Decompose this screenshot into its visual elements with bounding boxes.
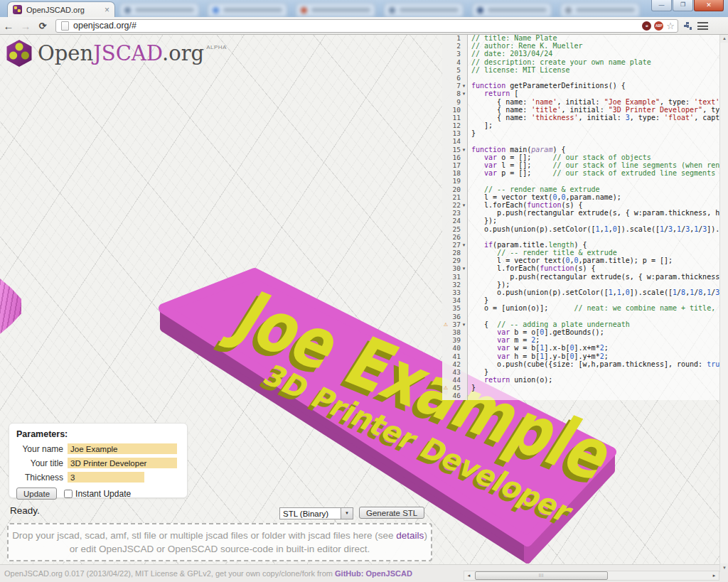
- code-line[interactable]: 8▾ return [: [442, 90, 720, 97]
- code-text[interactable]: });: [468, 217, 720, 225]
- editor-gutter[interactable]: 34: [442, 296, 468, 304]
- code-line[interactable]: 27▾ if(param.title.length) {: [442, 241, 720, 249]
- code-line[interactable]: 3// date: 2013/04/24: [442, 50, 720, 58]
- code-text[interactable]: }: [468, 129, 720, 137]
- editor-gutter[interactable]: 39: [442, 336, 468, 344]
- code-text[interactable]: }: [468, 384, 720, 392]
- format-select[interactable]: STL (Binary) ▼: [279, 507, 353, 519]
- editor-gutter[interactable]: 11: [442, 114, 468, 122]
- code-text[interactable]: if(param.title.length) {: [468, 241, 720, 249]
- code-text[interactable]: var o = []; // our stack of objects: [468, 153, 720, 161]
- scroll-down-icon[interactable]: ▼: [720, 564, 728, 572]
- editor-gutter[interactable]: 9: [442, 98, 468, 106]
- code-line[interactable]: 19: [442, 177, 720, 185]
- editor-gutter[interactable]: 36: [442, 313, 468, 320]
- reload-icon[interactable]: ⟳: [34, 21, 51, 31]
- editor-gutter[interactable]: 4: [442, 58, 468, 66]
- editor-gutter[interactable]: 29: [442, 257, 468, 264]
- code-text[interactable]: { name: 'thickness', initial: 3, type: '…: [468, 114, 720, 122]
- code-line[interactable]: 4// description: create your own name pl…: [442, 58, 720, 66]
- bookmark-star-icon[interactable]: ☆: [666, 21, 675, 31]
- fold-icon[interactable]: ▾: [461, 264, 467, 272]
- editor-gutter[interactable]: 42: [442, 360, 468, 368]
- address-bar[interactable]: openjscad.org/# ⊘ ABP ☆: [55, 19, 678, 33]
- code-line[interactable]: 9 { name: 'name', initial: "Joe Example"…: [442, 98, 720, 106]
- file-dropzone[interactable]: Drop your jscad, scad, amf, stl file or …: [7, 523, 432, 561]
- code-line[interactable]: ⚠45}: [442, 384, 720, 392]
- editor-gutter[interactable]: 17: [442, 161, 468, 169]
- code-line[interactable]: 42 o.push(cube({size: [w,h,param.thickne…: [442, 360, 720, 368]
- code-line[interactable]: 1// title: Name Plate: [442, 34, 720, 42]
- code-line[interactable]: 30▾ l.forEach(function(s) {: [442, 264, 720, 272]
- close-button[interactable]: ✕: [694, 0, 724, 11]
- code-line[interactable]: 32 });: [442, 281, 720, 289]
- editor-gutter[interactable]: 14: [442, 137, 468, 145]
- editor-gutter[interactable]: 43: [442, 368, 468, 376]
- code-text[interactable]: // date: 2013/04/24: [468, 50, 720, 58]
- background-tab[interactable]: [296, 3, 375, 17]
- editor-gutter[interactable]: 46: [442, 392, 468, 399]
- thickness-field[interactable]: [68, 472, 144, 483]
- code-line[interactable]: 13}: [442, 129, 720, 137]
- code-line[interactable]: 6: [442, 74, 720, 82]
- editor-gutter[interactable]: 40: [442, 344, 468, 352]
- editor-gutter[interactable]: 16: [442, 153, 468, 161]
- title-field[interactable]: [68, 458, 177, 468]
- editor-gutter[interactable]: 21: [442, 193, 468, 201]
- editor-gutter[interactable]: 12: [442, 122, 468, 129]
- code-line[interactable]: 39 var m = 2;: [442, 336, 720, 344]
- code-line[interactable]: 33 o.push(union(p).setColor([1,1,0]).sca…: [442, 289, 720, 296]
- editor-gutter[interactable]: 30▾: [442, 264, 468, 272]
- extension-grid-icon[interactable]: [684, 22, 692, 30]
- background-tab[interactable]: [472, 3, 552, 17]
- code-text[interactable]: [468, 74, 720, 82]
- url-text[interactable]: openjscad.org/#: [73, 21, 642, 31]
- code-text[interactable]: // -- render name & extrude: [468, 185, 720, 193]
- code-line[interactable]: 18 var p = []; // our stack of extruded …: [442, 169, 720, 177]
- code-text[interactable]: o = [union(o)]; // neat: we combine name…: [468, 304, 720, 312]
- editor-gutter[interactable]: 7▾: [442, 82, 468, 90]
- code-text[interactable]: }: [468, 296, 720, 304]
- code-line[interactable]: 11 { name: 'thickness', initial: 3, type…: [442, 114, 720, 122]
- code-text[interactable]: return union(o);: [468, 376, 720, 384]
- code-text[interactable]: [468, 233, 720, 241]
- code-line[interactable]: 23 p.push(rectangular_extrude(s, { w:par…: [442, 209, 720, 217]
- code-line[interactable]: ⚠37▾ { // -- adding a plate underneath: [442, 320, 720, 328]
- code-text[interactable]: p.push(rectangular_extrude(s, { w:param.…: [468, 209, 720, 217]
- code-line[interactable]: 36: [442, 313, 720, 320]
- editor-gutter[interactable]: 27▾: [442, 241, 468, 249]
- code-line[interactable]: 40 var w = b[1].x-b[0].x+m*2;: [442, 344, 720, 352]
- editor-gutter[interactable]: 23: [442, 209, 468, 217]
- code-text[interactable]: return [: [468, 90, 720, 97]
- scroll-right-icon[interactable]: ►: [710, 573, 719, 578]
- code-text[interactable]: l.forEach(function(s) {: [468, 201, 720, 209]
- scroll-left-icon[interactable]: ◄: [464, 573, 473, 578]
- code-editor[interactable]: 1// title: Name Plate2// author: Rene K.…: [442, 34, 720, 402]
- code-line[interactable]: 16 var o = []; // our stack of objects: [442, 153, 720, 161]
- code-text[interactable]: // description: create your own name pla…: [468, 58, 720, 66]
- code-line[interactable]: 44 return union(o);: [442, 376, 720, 384]
- code-text[interactable]: // -- render title & extrude: [468, 249, 720, 257]
- fold-icon[interactable]: ▾: [461, 146, 467, 153]
- code-line[interactable]: 25 o.push(union(p).setColor([1,1,0]).sca…: [442, 225, 720, 233]
- code-text[interactable]: l.forEach(function(s) {: [468, 264, 720, 272]
- code-text[interactable]: var l = []; // our stack of line segment…: [468, 161, 720, 169]
- code-text[interactable]: });: [468, 281, 720, 289]
- editor-gutter[interactable]: 8▾: [442, 90, 468, 97]
- editor-gutter[interactable]: 1: [442, 34, 468, 42]
- code-line[interactable]: 2// author: Rene K. Mueller: [442, 42, 720, 50]
- code-line[interactable]: 14: [442, 137, 720, 145]
- select-arrow-icon[interactable]: ▼: [341, 508, 353, 519]
- active-tab[interactable]: OpenJSCAD.org ×: [7, 1, 115, 17]
- code-line[interactable]: 5// license: MIT License: [442, 66, 720, 74]
- editor-gutter[interactable]: 32: [442, 281, 468, 289]
- code-text[interactable]: { name: 'name', initial: "Joe Example", …: [468, 98, 720, 106]
- editor-gutter[interactable]: 3: [442, 50, 468, 58]
- editor-gutter[interactable]: 19: [442, 177, 468, 185]
- code-text[interactable]: [468, 392, 720, 399]
- editor-gutter[interactable]: 44: [442, 376, 468, 384]
- code-text[interactable]: ];: [468, 122, 720, 129]
- instant-update-checkbox[interactable]: [64, 490, 73, 498]
- code-text[interactable]: }: [468, 368, 720, 376]
- code-line[interactable]: 22▾ l.forEach(function(s) {: [442, 201, 720, 209]
